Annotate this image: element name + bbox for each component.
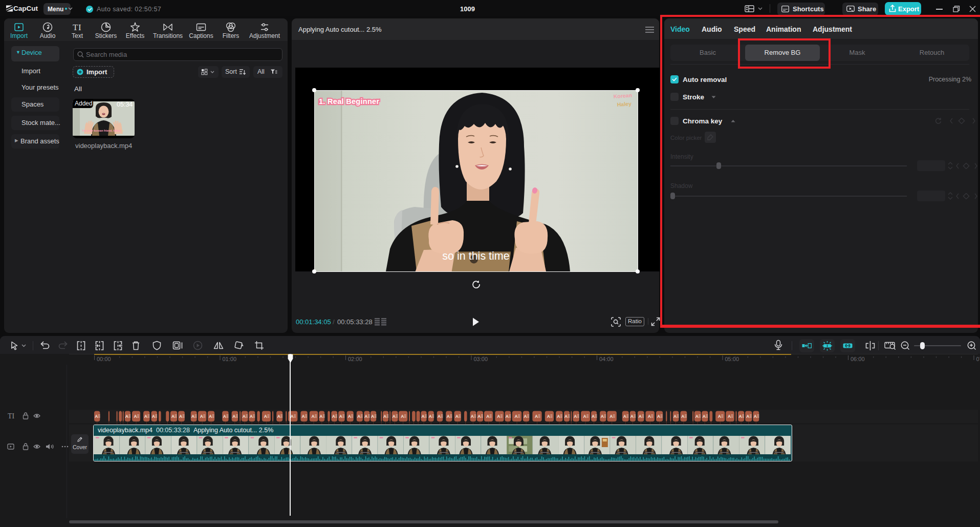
svg-text:A: A (718, 414, 721, 419)
svg-text:A: A (179, 414, 182, 419)
svg-text:07:00: 07:00 (976, 356, 980, 362)
svg-text:A: A (348, 414, 351, 419)
svg-text:A: A (601, 414, 604, 419)
svg-text:A: A (422, 414, 425, 419)
svg-text:A: A (302, 414, 305, 419)
svg-text:A: A (357, 414, 360, 419)
svg-text:A: A (746, 414, 749, 419)
svg-text:A: A (574, 414, 577, 419)
svg-text:A: A (371, 414, 374, 419)
svg-text:03:00: 03:00 (474, 356, 488, 362)
svg-text:A: A (630, 414, 634, 419)
svg-text:A: A (681, 414, 684, 419)
svg-text:A: A (673, 414, 677, 419)
svg-text:A: A (754, 414, 757, 419)
svg-text:A: A (547, 414, 550, 419)
svg-text:A: A (592, 414, 595, 419)
svg-text:02:00: 02:00 (348, 356, 362, 362)
svg-text:A: A (364, 414, 367, 419)
svg-text:A: A (125, 414, 128, 419)
svg-text:A: A (393, 414, 396, 419)
svg-text:A: A (703, 414, 706, 419)
svg-text:A: A (609, 414, 613, 419)
svg-text:A: A (695, 414, 699, 419)
svg-text:A: A (401, 414, 404, 419)
svg-text:A: A (535, 414, 538, 419)
svg-text:A: A (639, 414, 642, 419)
svg-text:A: A (477, 414, 481, 419)
svg-text:A: A (264, 414, 267, 419)
svg-text:A: A (319, 414, 322, 419)
svg-text:A: A (332, 414, 335, 419)
svg-text:A: A (524, 414, 527, 419)
svg-text:A: A (657, 414, 660, 419)
svg-text:A: A (291, 414, 294, 419)
svg-text:06:00: 06:00 (851, 356, 865, 362)
svg-text:A: A (438, 414, 441, 419)
svg-text:A: A (232, 414, 235, 419)
svg-text:A: A (144, 414, 147, 419)
svg-text:A: A (339, 414, 342, 419)
svg-text:A: A (648, 414, 651, 419)
svg-text:A: A (557, 414, 560, 419)
svg-text:04:00: 04:00 (599, 356, 614, 362)
svg-text:A: A (95, 414, 98, 419)
svg-text:A: A (223, 414, 226, 419)
svg-text:A: A (471, 414, 474, 419)
svg-text:A: A (250, 414, 253, 419)
svg-text:A: A (447, 414, 450, 419)
svg-text:A: A (497, 414, 500, 419)
svg-text:A: A (311, 414, 314, 419)
svg-text:A: A (200, 414, 203, 419)
svg-text:A: A (152, 414, 155, 419)
svg-text:A: A (191, 414, 194, 419)
svg-text:A: A (739, 414, 742, 419)
svg-text:00:00: 00:00 (97, 356, 111, 362)
svg-text:A: A (515, 414, 518, 419)
svg-text:A: A (486, 414, 489, 419)
svg-text:A: A (383, 414, 386, 419)
svg-text:05:00: 05:00 (725, 356, 739, 362)
svg-text:A: A (506, 414, 509, 419)
svg-text:A: A (583, 414, 586, 419)
svg-text:A: A (243, 414, 246, 419)
svg-text:A: A (209, 414, 212, 419)
svg-text:A: A (134, 414, 137, 419)
svg-text:A: A (623, 414, 626, 419)
svg-text:01:00: 01:00 (223, 356, 237, 362)
svg-text:T: T (73, 23, 78, 32)
svg-text:A: A (728, 414, 731, 419)
svg-text:I: I (78, 23, 81, 32)
svg-text:I'm your korean friend, Haley: I'm your korean friend, Haley ☺ (82, 129, 124, 132)
svg-text:A: A (564, 414, 568, 419)
svg-text:A: A (429, 414, 432, 419)
svg-text:A: A (455, 414, 459, 419)
svg-text:A: A (277, 414, 280, 419)
svg-text:A: A (171, 414, 175, 419)
